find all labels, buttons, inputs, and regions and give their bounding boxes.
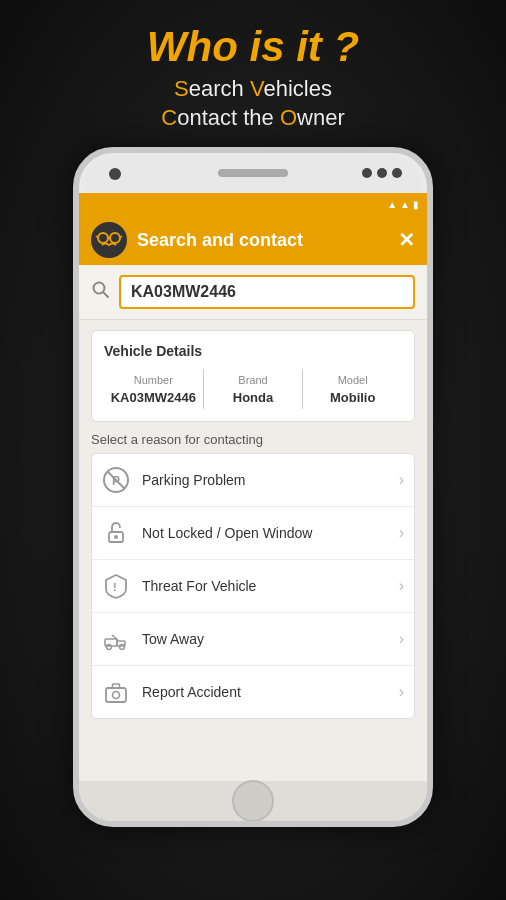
svg-point-0: [98, 233, 108, 243]
vehicle-table: Number KA03MW2446 Brand Honda Model Mobi…: [104, 369, 402, 409]
threat-label: Threat For Vehicle: [142, 578, 387, 594]
app-header: Search and contact ✕: [79, 215, 427, 265]
battery-icon: ▮: [413, 199, 419, 210]
svg-point-15: [107, 645, 112, 650]
svg-text:P: P: [112, 474, 120, 488]
header-o-highlight: O: [280, 105, 297, 130]
header-v-highlight: V: [250, 76, 263, 101]
threat-chevron: ›: [399, 577, 404, 595]
header-line1: Who is it ?: [147, 22, 359, 72]
svg-point-11: [114, 535, 118, 539]
sensor-dot-1: [362, 168, 372, 178]
phone-bottom: [79, 781, 427, 821]
status-bar: ▲ ▲ ▮: [79, 193, 427, 215]
app-title: Search and contact: [137, 230, 388, 251]
app-logo: [91, 222, 127, 258]
reason-item-locked[interactable]: Not Locked / Open Window ›: [92, 507, 414, 560]
tow-chevron: ›: [399, 630, 404, 648]
home-button[interactable]: [232, 780, 274, 822]
header-line3: Contact the Owner: [147, 105, 359, 131]
svg-rect-19: [106, 688, 126, 702]
header-line2: Search Vehicles: [147, 76, 359, 102]
threat-icon: !: [102, 572, 130, 600]
parking-icon: P: [102, 466, 130, 494]
close-button[interactable]: ✕: [398, 228, 415, 252]
vehicle-model-col: Model Mobilio: [303, 374, 402, 405]
vehicle-model-label: Model: [303, 374, 402, 386]
reason-section-title: Select a reason for contacting: [91, 432, 415, 447]
logo-icon: [94, 228, 124, 252]
parking-label: Parking Problem: [142, 472, 387, 488]
vehicle-number-col: Number KA03MW2446: [104, 374, 203, 405]
phone-frame: ▲ ▲ ▮: [73, 147, 433, 827]
vehicle-brand-label: Brand: [204, 374, 303, 386]
svg-line-6: [103, 292, 108, 297]
reason-section: Select a reason for contacting P Parking…: [79, 432, 427, 719]
accident-icon: [102, 678, 130, 706]
reason-item-accident[interactable]: Report Accident ›: [92, 666, 414, 718]
sensor-dot-2: [377, 168, 387, 178]
parking-chevron: ›: [399, 471, 404, 489]
header-s-highlight: S: [174, 76, 189, 101]
svg-point-20: [113, 692, 120, 699]
vehicle-brand-col: Brand Honda: [204, 374, 303, 405]
search-input[interactable]: [119, 275, 415, 309]
header-section: Who is it ? Search Vehicles Contact the …: [147, 22, 359, 131]
phone-screen: ▲ ▲ ▮: [79, 193, 427, 781]
search-area: [79, 265, 427, 320]
signal-icon: ▲: [400, 199, 410, 210]
svg-text:!: !: [113, 581, 117, 593]
tow-icon: [102, 625, 130, 653]
accident-label: Report Accident: [142, 684, 387, 700]
lock-icon: [102, 519, 130, 547]
reason-list: P Parking Problem ›: [91, 453, 415, 719]
tow-label: Tow Away: [142, 631, 387, 647]
svg-point-16: [120, 645, 125, 650]
speaker: [218, 169, 288, 177]
reason-item-tow[interactable]: Tow Away ›: [92, 613, 414, 666]
vehicle-details-card: Vehicle Details Number KA03MW2446 Brand …: [91, 330, 415, 422]
vehicle-number-value: KA03MW2446: [104, 390, 203, 405]
vehicle-number-label: Number: [104, 374, 203, 386]
front-camera: [109, 168, 121, 180]
accident-chevron: ›: [399, 683, 404, 701]
search-icon: [91, 280, 111, 304]
phone-sensors: [362, 168, 402, 178]
background: Who is it ? Search Vehicles Contact the …: [0, 0, 506, 900]
locked-label: Not Locked / Open Window: [142, 525, 387, 541]
svg-point-1: [110, 233, 120, 243]
locked-chevron: ›: [399, 524, 404, 542]
header-c-highlight: C: [161, 105, 177, 130]
sensor-dot-3: [392, 168, 402, 178]
reason-item-parking[interactable]: P Parking Problem ›: [92, 454, 414, 507]
vehicle-card-title: Vehicle Details: [104, 343, 402, 359]
vehicle-model-value: Mobilio: [303, 390, 402, 405]
reason-item-threat[interactable]: ! Threat For Vehicle ›: [92, 560, 414, 613]
wifi-icon: ▲: [387, 199, 397, 210]
phone-top: [79, 153, 427, 193]
vehicle-brand-value: Honda: [204, 390, 303, 405]
